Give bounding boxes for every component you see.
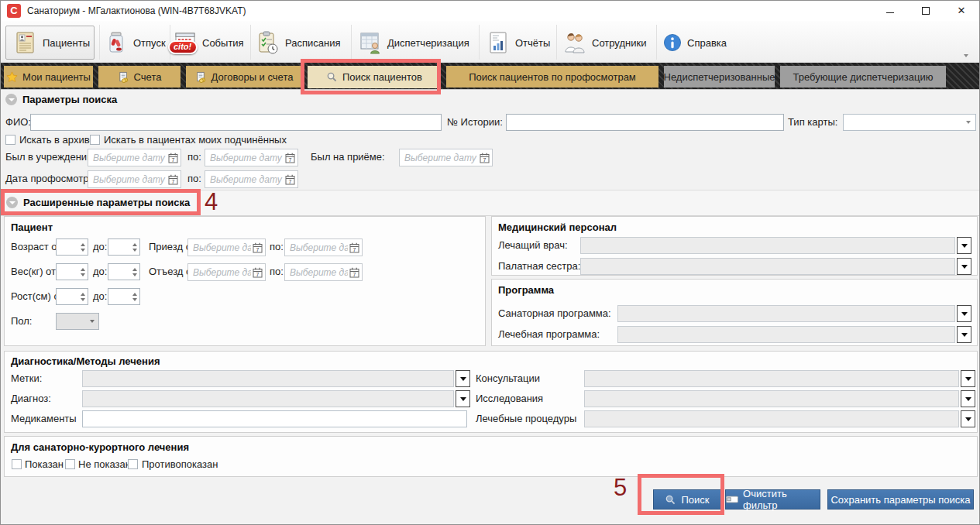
dropdown-arrow-icon[interactable]: [456, 370, 470, 387]
toolbar-staff-label: Сотрудники: [592, 37, 646, 49]
consultations-select[interactable]: [584, 370, 975, 387]
profexam-to-date[interactable]: Выберите дату 7: [205, 170, 298, 188]
toolbar-events-button[interactable]: cito! События: [173, 26, 244, 60]
nurse-label: Палатная сестра:: [498, 260, 580, 272]
height-from-spinner[interactable]: [56, 288, 88, 305]
height-to-spinner[interactable]: [108, 288, 140, 305]
spin-down-icon[interactable]: [132, 273, 137, 276]
profexam-from-date[interactable]: Выберите дату 7: [88, 170, 181, 188]
departure-to-date[interactable]: Выберите дату 7: [284, 263, 363, 281]
subordinates-checkbox-label: Искать в пациентах моих подчинённых: [104, 134, 287, 146]
spin-down-icon[interactable]: [81, 273, 85, 276]
svg-text:7: 7: [353, 246, 356, 252]
gender-select[interactable]: [56, 313, 99, 330]
nurse-select[interactable]: [580, 258, 971, 275]
toolbar-reports-button[interactable]: Отчёты: [486, 26, 550, 60]
patients-icon: [13, 30, 38, 55]
toolbar-dispatch-button[interactable]: Диспетчеризация: [358, 26, 469, 60]
svg-text:7: 7: [172, 178, 175, 184]
spin-up-icon[interactable]: [132, 293, 137, 296]
doctor-select[interactable]: [580, 237, 971, 254]
tab-contracts-invoices[interactable]: Договоры и счета: [186, 66, 302, 88]
arrival-to-date[interactable]: Выберите дату 7: [284, 238, 363, 256]
resort-treatment-panel: Для санаторно-курортного лечения Показан…: [4, 436, 978, 477]
toolbar-staff-button[interactable]: Сотрудники: [562, 26, 646, 60]
toolbar-overflow-icon[interactable]: [964, 54, 968, 57]
tab-undispatched[interactable]: Недиспетчеризованные: [664, 66, 775, 88]
save-search-params-button[interactable]: Сохранить параметры поиска: [827, 489, 974, 510]
calendar-icon: 7: [349, 242, 359, 253]
spin-down-icon[interactable]: [132, 249, 137, 252]
facility-from-date[interactable]: Выберите дату 7: [88, 149, 181, 166]
toolbar-patients-button[interactable]: Пациенты: [5, 26, 95, 60]
calendar-icon: 7: [253, 267, 263, 278]
toolbar-help-label: Справка: [687, 37, 727, 49]
events-icon: cito!: [173, 30, 198, 55]
age-from-spinner[interactable]: [56, 238, 88, 256]
dropdown-arrow-icon[interactable]: [961, 390, 975, 407]
spin-up-icon[interactable]: [132, 268, 137, 271]
departure-from-date[interactable]: Выберите дату 7: [187, 263, 266, 281]
spin-down-icon[interactable]: [81, 298, 85, 301]
tab-requiring-dispatch[interactable]: Требующие диспетчеризацию: [780, 66, 946, 88]
program-title: Программа: [498, 284, 554, 296]
dropdown-arrow-icon[interactable]: [957, 326, 971, 343]
arrival-from-date[interactable]: Выберите дату 7: [187, 238, 266, 256]
archive-checkbox[interactable]: [5, 135, 15, 145]
diagnosis-select[interactable]: [82, 390, 470, 407]
tab-profexam-search[interactable]: Поиск пациентов по профосмотрам: [446, 66, 658, 88]
toolbar-vacation-button[interactable]: Отпуск: [104, 26, 166, 60]
history-input[interactable]: [506, 114, 784, 131]
tab-invoices[interactable]: Счета: [98, 66, 181, 88]
facility-to-date[interactable]: Выберите дату 7: [205, 149, 298, 166]
contraindicated-checkbox[interactable]: [128, 459, 138, 469]
dropdown-arrow-icon[interactable]: [961, 410, 975, 427]
collapse-icon[interactable]: [6, 197, 18, 208]
collapse-icon[interactable]: [5, 94, 17, 105]
card-type-select[interactable]: [843, 114, 976, 131]
maximize-button[interactable]: [908, 1, 944, 21]
subordinates-checkbox[interactable]: [90, 135, 100, 145]
dropdown-arrow-icon[interactable]: [957, 305, 971, 322]
weight-to-spinner[interactable]: [108, 263, 140, 280]
spin-up-icon[interactable]: [132, 243, 137, 246]
procedures-select[interactable]: [584, 410, 975, 427]
indicated-checkbox[interactable]: [12, 459, 22, 469]
not-indicated-checkbox[interactable]: [65, 459, 75, 469]
fio-input[interactable]: [30, 114, 442, 131]
dropdown-arrow-icon[interactable]: [456, 390, 470, 407]
dropdown-arrow-icon[interactable]: [957, 237, 971, 254]
research-select[interactable]: [584, 390, 975, 407]
doctor-label: Лечащий врач:: [498, 239, 568, 251]
spin-up-icon[interactable]: [81, 293, 85, 296]
chevron-down-icon: [90, 320, 95, 323]
appointment-date[interactable]: Выберите дату 7: [399, 149, 493, 166]
toolbar-separator: [556, 25, 557, 60]
treatment-program-select[interactable]: [617, 326, 971, 343]
research-label: Исследования: [476, 393, 543, 404]
spin-down-icon[interactable]: [81, 249, 85, 252]
clear-filter-button[interactable]: Очистить фильтр: [725, 489, 820, 510]
spin-down-icon[interactable]: [132, 298, 137, 301]
tags-select[interactable]: [82, 370, 470, 387]
weight-from-spinner[interactable]: [56, 263, 88, 280]
toolbar-schedules-label: Расписания: [285, 37, 340, 49]
dropdown-arrow-icon[interactable]: [957, 258, 971, 275]
sanatorium-program-select[interactable]: [617, 305, 971, 322]
spin-up-icon[interactable]: [81, 243, 85, 246]
medications-input[interactable]: [82, 410, 467, 427]
toolbar-schedules-button[interactable]: Расписания: [256, 26, 340, 60]
tab-patient-search[interactable]: Поиск пациентов: [308, 66, 441, 88]
maximize-icon: [922, 7, 930, 15]
age-to-spinner[interactable]: [108, 238, 140, 256]
staff-icon: [562, 30, 587, 55]
dropdown-arrow-icon[interactable]: [961, 370, 975, 387]
spin-up-icon[interactable]: [81, 268, 85, 271]
tab-my-patients[interactable]: Мои пациенты: [4, 66, 93, 88]
window-title: Санаториум - МГалактионова (WIN-4B7T68JV…: [27, 1, 246, 21]
close-button[interactable]: ✕: [944, 1, 979, 21]
minimize-button[interactable]: [872, 1, 908, 21]
search-button[interactable]: Поиск: [653, 489, 721, 510]
toolbar-help-button[interactable]: Справка: [662, 26, 727, 60]
card-type-label: Тип карты:: [788, 116, 837, 128]
